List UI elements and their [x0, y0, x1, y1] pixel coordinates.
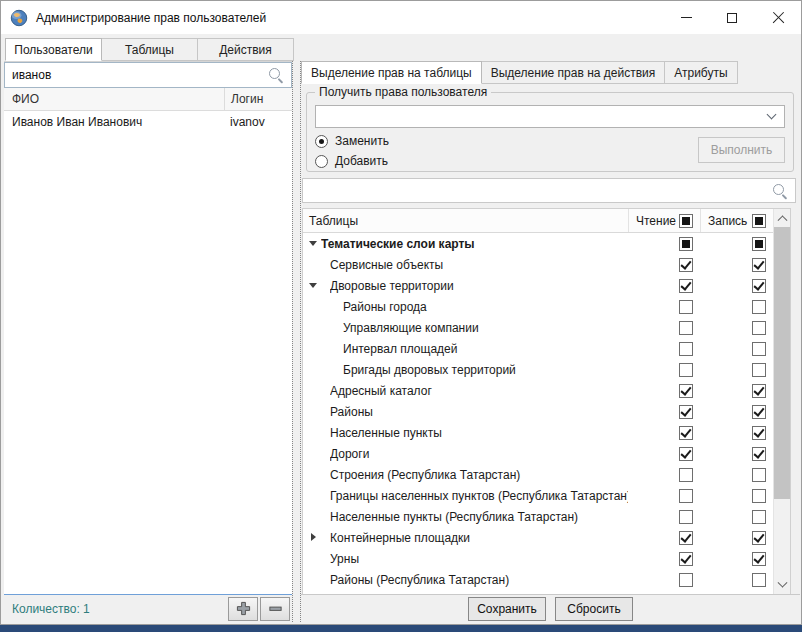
user-row[interactable]: Иванов Иван Иванович ivanov — [4, 111, 292, 133]
write-checkbox[interactable] — [752, 447, 766, 461]
tree-row[interactable]: Урны — [303, 548, 773, 569]
read-checkbox[interactable] — [679, 447, 693, 461]
write-checkbox[interactable] — [752, 468, 766, 482]
read-checkbox[interactable] — [679, 426, 693, 440]
tree-row[interactable]: Адресный каталог — [303, 380, 773, 401]
save-button[interactable]: Сохранить — [468, 597, 546, 621]
tree-row[interactable]: Бригады дворовых территорий — [303, 359, 773, 380]
column-write[interactable]: Запись — [700, 209, 773, 232]
column-read[interactable]: Чтение — [628, 209, 700, 232]
panel-splitter[interactable] — [292, 61, 301, 622]
read-checkbox[interactable] — [679, 342, 693, 356]
write-checkbox[interactable] — [752, 552, 766, 566]
minimize-button[interactable] — [663, 1, 709, 34]
radio-option[interactable]: Добавить — [315, 154, 388, 168]
left-tab[interactable]: Пользователи — [5, 38, 102, 61]
read-checkbox[interactable] — [679, 552, 693, 566]
expander-icon[interactable] — [308, 485, 320, 506]
expander-icon[interactable] — [308, 233, 320, 254]
write-checkbox[interactable] — [752, 363, 766, 377]
execute-button[interactable]: Выполнить — [698, 137, 785, 163]
vertical-scrollbar[interactable] — [773, 209, 790, 594]
read-checkbox[interactable] — [679, 321, 693, 335]
write-checkbox[interactable] — [752, 384, 766, 398]
read-checkbox[interactable] — [679, 531, 693, 545]
user-search-input[interactable] — [4, 62, 292, 88]
expander-icon[interactable] — [308, 275, 320, 296]
tree-row[interactable]: Управляющие компании — [303, 317, 773, 338]
remove-user-button[interactable] — [260, 597, 290, 621]
tree-row[interactable]: Тематические слои карты — [303, 233, 773, 254]
tree-row[interactable]: Районы — [303, 401, 773, 422]
tree-row[interactable]: Дороги — [303, 443, 773, 464]
read-checkbox[interactable] — [679, 489, 693, 503]
tree-row[interactable]: Дороги (Республика Татарстан) — [303, 590, 773, 594]
write-checkbox[interactable] — [752, 342, 766, 356]
expander-icon[interactable] — [308, 443, 320, 464]
left-tab[interactable]: Таблицы — [101, 38, 198, 61]
write-checkbox[interactable] — [752, 510, 766, 524]
read-checkbox[interactable] — [679, 300, 693, 314]
radio-option[interactable]: Заменить — [315, 134, 389, 148]
tree-row[interactable]: Сервисные объекты — [303, 254, 773, 275]
write-checkbox[interactable] — [752, 258, 766, 272]
left-tab[interactable]: Действия — [197, 38, 294, 61]
write-checkbox[interactable] — [752, 531, 766, 545]
read-checkbox[interactable] — [679, 258, 693, 272]
expander-icon[interactable] — [308, 380, 320, 401]
read-checkbox[interactable] — [679, 363, 693, 377]
expander-icon[interactable] — [308, 317, 320, 338]
right-tab[interactable]: Атрибуты — [664, 61, 737, 84]
expander-icon[interactable] — [308, 527, 320, 548]
write-checkbox[interactable] — [752, 594, 766, 595]
add-user-button[interactable] — [228, 597, 258, 621]
tree-row[interactable]: Районы города — [303, 296, 773, 317]
write-checkbox[interactable] — [752, 573, 766, 587]
maximize-button[interactable] — [709, 1, 755, 34]
tree-row[interactable]: Районы (Республика Татарстан) — [303, 569, 773, 590]
user-rights-combobox[interactable] — [315, 105, 785, 128]
expander-icon[interactable] — [308, 254, 320, 275]
tree-row[interactable]: Населенные пункты (Республика Татарстан) — [303, 506, 773, 527]
tree-row[interactable]: Населенные пункты — [303, 422, 773, 443]
expander-icon[interactable] — [308, 359, 320, 380]
column-login[interactable]: Логин — [224, 88, 292, 110]
read-checkbox[interactable] — [679, 279, 693, 293]
expander-icon[interactable] — [308, 464, 320, 485]
table-search-input[interactable] — [302, 178, 796, 203]
expander-icon[interactable] — [308, 401, 320, 422]
scroll-down-button[interactable] — [774, 577, 790, 594]
read-checkbox[interactable] — [679, 573, 693, 587]
right-tab[interactable]: Выделение прав на действия — [481, 61, 666, 84]
expander-icon[interactable] — [308, 338, 320, 359]
right-tab[interactable]: Выделение прав на таблицы — [301, 61, 482, 84]
tree-row[interactable]: Границы населенных пунктов (Республика Т… — [303, 485, 773, 506]
write-checkbox[interactable] — [752, 426, 766, 440]
tree-row[interactable]: Строения (Республика Татарстан) — [303, 464, 773, 485]
expander-icon[interactable] — [308, 548, 320, 569]
column-fio[interactable]: ФИО — [4, 92, 224, 106]
reset-button[interactable]: Сбросить — [555, 597, 633, 621]
expander-icon[interactable] — [308, 506, 320, 527]
scrollbar-thumb[interactable] — [774, 227, 790, 499]
search-icon[interactable] — [268, 67, 284, 83]
read-header-checkbox[interactable] — [679, 214, 693, 228]
write-checkbox[interactable] — [752, 321, 766, 335]
close-button[interactable] — [755, 1, 801, 34]
read-checkbox[interactable] — [679, 405, 693, 419]
read-checkbox[interactable] — [679, 237, 693, 251]
read-checkbox[interactable] — [679, 594, 693, 595]
tree-row[interactable]: Контейнерные площадки — [303, 527, 773, 548]
column-tables[interactable]: Таблицы — [303, 214, 628, 228]
write-checkbox[interactable] — [752, 405, 766, 419]
tree-row[interactable]: Интервал площадей — [303, 338, 773, 359]
write-checkbox[interactable] — [752, 279, 766, 293]
expander-icon[interactable] — [308, 569, 320, 590]
read-checkbox[interactable] — [679, 384, 693, 398]
write-checkbox[interactable] — [752, 489, 766, 503]
read-checkbox[interactable] — [679, 468, 693, 482]
write-header-checkbox[interactable] — [752, 214, 766, 228]
write-checkbox[interactable] — [752, 237, 766, 251]
write-checkbox[interactable] — [752, 300, 766, 314]
search-icon[interactable] — [772, 183, 788, 199]
